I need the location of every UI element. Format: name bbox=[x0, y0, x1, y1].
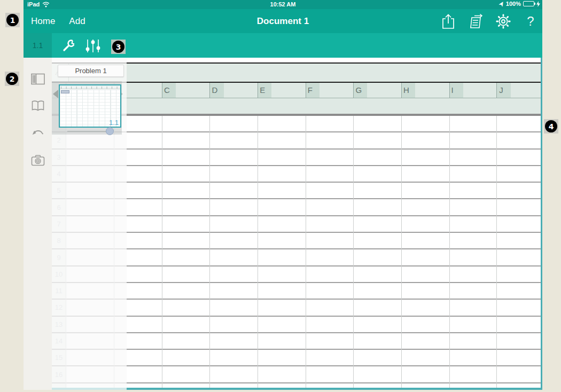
callout-3: 3 bbox=[112, 41, 124, 53]
page-thumbnail[interactable]: 1.1 bbox=[59, 84, 121, 128]
callout-halo: 3 bbox=[111, 40, 126, 54]
problem-tab[interactable]: Problem 1 bbox=[58, 65, 124, 77]
page-toolbar: 1.1 bbox=[24, 33, 542, 58]
chevron-left-icon[interactable] bbox=[53, 90, 58, 98]
thumbnail-ruler bbox=[60, 85, 120, 89]
grid-vline bbox=[401, 116, 402, 388]
left-sidebar bbox=[24, 58, 52, 390]
grid-vline bbox=[258, 116, 258, 388]
battery-icon bbox=[523, 1, 534, 6]
share-button[interactable] bbox=[441, 13, 456, 29]
scratchpad-button[interactable] bbox=[467, 13, 484, 29]
clock: 10:52 AM bbox=[24, 1, 542, 7]
location-icon: ➤ bbox=[498, 0, 505, 7]
callout-2: 2 bbox=[6, 73, 18, 85]
page-sorter-icon[interactable] bbox=[30, 72, 45, 87]
column-header-D[interactable]: D bbox=[210, 83, 218, 98]
settings-button[interactable] bbox=[495, 13, 511, 29]
wrench-icon[interactable] bbox=[60, 38, 76, 54]
nav-bar: Home Add Document 1 bbox=[24, 9, 542, 33]
grid-vline bbox=[496, 116, 497, 388]
undo-redo-icon[interactable] bbox=[30, 125, 45, 140]
column-header-G[interactable]: G bbox=[353, 83, 362, 98]
thumbnail-page-label: 1.1 bbox=[109, 119, 119, 127]
page-tab-1-1[interactable]: 1.1 bbox=[24, 33, 52, 58]
resize-handle[interactable] bbox=[106, 127, 114, 135]
grid-vline bbox=[449, 116, 450, 388]
battery-percent: 100% bbox=[506, 1, 521, 7]
grid-vline bbox=[353, 116, 354, 388]
callout-halo: 2 bbox=[5, 72, 19, 86]
callout-4: 4 bbox=[545, 120, 557, 132]
sliders-icon[interactable] bbox=[84, 39, 102, 53]
table-right-border bbox=[541, 58, 542, 390]
column-header-H[interactable]: H bbox=[401, 83, 409, 98]
camera-icon[interactable] bbox=[30, 153, 45, 168]
status-bar: iPad 10:52 AM ➤ 100% bbox=[24, 0, 542, 9]
page-sorter-panel: Problem 1 1.1 bbox=[52, 58, 127, 390]
column-header-E[interactable]: E bbox=[258, 83, 265, 98]
callout-halo: 1 bbox=[5, 13, 20, 27]
grid-vline bbox=[306, 116, 306, 388]
thumbnail-selected-cell bbox=[61, 90, 69, 93]
grid-vline bbox=[162, 116, 162, 388]
grid-vline bbox=[209, 116, 210, 388]
utilities-book-icon[interactable] bbox=[30, 98, 45, 113]
callout-1: 1 bbox=[6, 14, 19, 26]
callout-halo: 4 bbox=[544, 119, 558, 134]
column-header-F[interactable]: F bbox=[306, 83, 313, 98]
column-header-C[interactable]: C bbox=[162, 83, 170, 98]
help-button[interactable]: ? bbox=[523, 14, 538, 29]
charging-icon bbox=[536, 1, 540, 7]
column-header-J[interactable]: J bbox=[497, 83, 503, 98]
screen: iPad 10:52 AM ➤ 100% Home Add bbox=[0, 0, 561, 392]
